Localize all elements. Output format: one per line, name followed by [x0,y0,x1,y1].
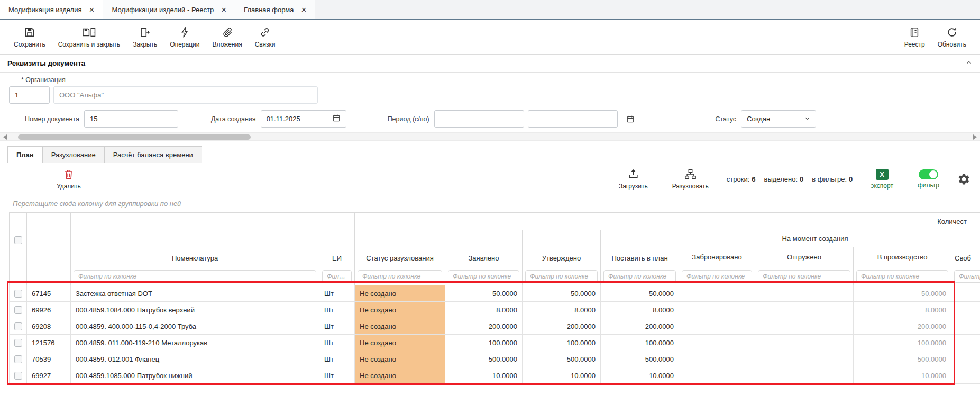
toggle-on-icon[interactable] [919,169,938,179]
refresh-icon [946,26,958,39]
operations-button[interactable]: Операции [163,25,206,49]
close-button[interactable]: Закрыть [126,25,163,49]
organization-code-field[interactable]: 1 [9,86,50,104]
close-tab-icon[interactable]: × [89,5,95,14]
cell-in-production: 200.0000 [854,318,951,335]
row-checkbox[interactable] [14,339,22,347]
filter-input-approved[interactable] [525,270,598,283]
filter-input-free[interactable] [954,270,980,283]
registry-button[interactable]: Реестр [898,25,931,49]
cell-shipped [755,302,854,318]
column-header-reserved[interactable]: Забронировано [679,247,755,267]
period-from-field[interactable] [434,110,524,128]
cell-free [951,318,980,335]
links-button[interactable]: Связки [249,25,282,49]
cell-code: 69208 [27,318,71,335]
cell-free [951,351,980,367]
calendar-icon[interactable] [332,114,341,124]
select-all-checkbox[interactable] [14,236,22,244]
cell-shipped [755,367,854,384]
filter-input-in-production[interactable] [856,270,948,283]
horizontal-scrollbar[interactable] [0,132,980,141]
explode-button[interactable]: Разузловать [666,167,715,191]
filter-input-unit[interactable] [322,270,352,283]
period-to-field[interactable] [528,110,618,128]
filter-input-explode-status[interactable] [358,270,442,283]
window-tab-label: Модификация изделия [8,6,82,14]
grid-body: 67145Застежка ответная DOTШтНе создано50… [10,285,980,384]
cell-nomenclature: 000.4859. 400.000-115-0,4-2000 Труба [71,318,319,335]
column-header-shipped[interactable]: Отгружено [755,247,854,267]
paperclip-icon [222,26,233,39]
column-header-unit[interactable]: ЕИ [319,213,355,267]
filter-input-nomenclature[interactable] [74,270,316,283]
cell-shipped [755,335,854,351]
column-header-code[interactable] [27,213,71,267]
table-row[interactable]: 70539000.4859. 012.001 ФланецШтНе создан… [10,351,980,367]
filter-input-shipped[interactable] [758,270,850,283]
table-row[interactable]: 69927000.4859.1085.000 Патрубок нижнийШт… [10,367,980,384]
row-checkbox[interactable] [14,322,22,330]
column-header-free[interactable]: Своб [951,230,980,267]
calendar-icon[interactable] [626,115,635,123]
settings-gear-icon[interactable] [957,173,970,186]
section-title: Реквизиты документа [7,59,85,67]
row-checkbox[interactable] [14,355,22,363]
creation-date-field[interactable]: 01.11.2025 [261,110,346,128]
column-header-to-plan[interactable]: Поставить в план [601,230,679,267]
scrollbar-thumb[interactable] [18,134,251,140]
delete-button[interactable]: Удалить [50,167,87,191]
cell-nomenclature: 000.4859.1084.000 Патрубок верхний [71,302,319,318]
cell-free [951,335,980,351]
column-header-in-production[interactable]: В производство [854,247,951,267]
window-tab-modifications-registry[interactable]: Модификации изделий - Реестр × [103,0,235,19]
column-header-requested[interactable]: Заявлено [445,230,523,267]
column-header-approved[interactable]: Утверждено [523,230,601,267]
save-button[interactable]: Сохранить [7,25,52,49]
column-group-at-creation: На момент создания [679,230,951,247]
filter-input-to-plan[interactable] [603,270,676,283]
row-checkbox[interactable] [14,290,22,298]
tab-plan[interactable]: План [7,146,43,163]
cell-unit: Шт [319,367,355,384]
window-tab-main-form[interactable]: Главная форма × [235,0,315,19]
filter-input-reserved[interactable] [682,270,752,283]
doc-number-field[interactable]: 15 [84,110,178,128]
cell-explode-status: Не создано [355,367,445,384]
scroll-left-icon[interactable] [3,134,7,140]
save-and-close-button[interactable]: Сохранить и закрыть [52,25,126,49]
window-tab-product-modification[interactable]: Модификация изделия × [0,0,103,19]
status-select[interactable]: Создан [741,110,816,128]
cell-code: 69927 [27,367,71,384]
row-checkbox[interactable] [14,306,22,314]
tab-time-balance[interactable]: Расчёт баланса времени [104,146,202,163]
row-select-cell [10,351,27,367]
filter-input-requested[interactable] [448,270,519,283]
column-header-nomenclature[interactable]: Номенклатура [71,213,319,267]
cell-free [951,302,980,318]
table-row[interactable]: 67145Застежка ответная DOTШтНе создано50… [10,285,980,302]
column-header-explode-status[interactable]: Статус разузлования [355,213,445,267]
creation-date-value: 01.11.2025 [267,115,300,123]
export-button[interactable]: X экспорт [864,168,900,191]
data-grid: Номенклатура ЕИ Статус разузлования Коли… [9,212,980,384]
close-tab-icon[interactable]: × [221,5,226,14]
tab-explosion[interactable]: Разузлование [42,146,105,163]
cell-reserved [679,285,755,302]
table-row[interactable]: 121576000.4859. 011.000-119-210 Металлор… [10,335,980,351]
attachments-button[interactable]: Вложения [206,25,248,49]
row-checkbox[interactable] [14,372,22,380]
close-tab-icon[interactable]: × [301,5,307,14]
organization-name-field[interactable]: ООО "Альфа" [53,86,318,104]
scroll-right-icon[interactable] [973,134,977,140]
filter-toggle[interactable]: фильтр [911,168,946,190]
load-button[interactable]: Загрузить [612,167,654,191]
cell-requested: 10.0000 [445,367,523,384]
cell-unit: Шт [319,351,355,367]
cell-shipped [755,351,854,367]
save-and-close-icon [82,26,96,39]
collapse-chevron-up-icon[interactable] [965,59,973,68]
table-row[interactable]: 69926000.4859.1084.000 Патрубок верхнийШ… [10,302,980,318]
refresh-button[interactable]: Обновить [931,25,973,49]
table-row[interactable]: 69208000.4859. 400.000-115-0,4-2000 Труб… [10,318,980,335]
